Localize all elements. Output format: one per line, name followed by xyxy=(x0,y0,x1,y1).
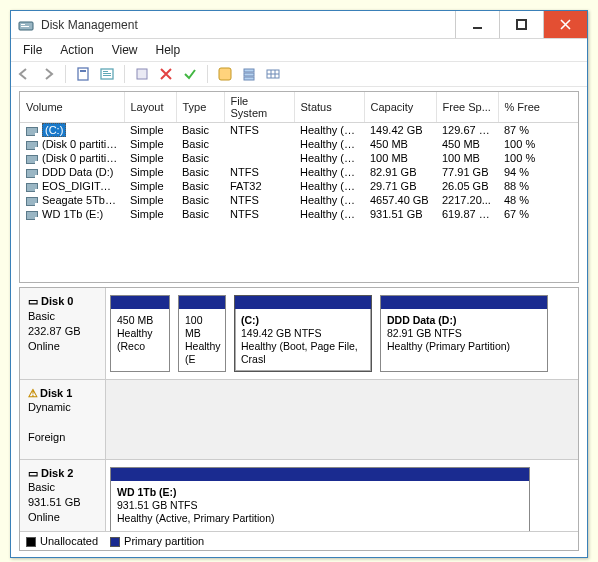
drive-icon xyxy=(26,197,38,206)
menu-view[interactable]: View xyxy=(104,41,146,59)
table-row[interactable]: (C:)SimpleBasicNTFSHealthy (B...149.42 G… xyxy=(20,123,578,138)
col-volume[interactable]: Volume xyxy=(20,92,124,123)
table-row[interactable]: WD 1Tb (E:)SimpleBasicNTFSHealthy (A...9… xyxy=(20,207,578,221)
table-row[interactable]: EOS_DIGITAL (F:)SimpleBasicFAT32Healthy … xyxy=(20,179,578,193)
partition[interactable]: (C:)149.42 GB NTFSHealthy (Boot, Page Fi… xyxy=(234,295,372,372)
grid-icon[interactable] xyxy=(264,65,282,83)
help-icon[interactable] xyxy=(216,65,234,83)
svg-rect-15 xyxy=(244,77,254,80)
window-title: Disk Management xyxy=(41,18,455,32)
menu-help[interactable]: Help xyxy=(148,41,189,59)
svg-rect-8 xyxy=(103,71,108,72)
col-fs[interactable]: File System xyxy=(224,92,294,123)
menu-action[interactable]: Action xyxy=(52,41,101,59)
legend-primary-swatch xyxy=(110,537,120,547)
col-capacity[interactable]: Capacity xyxy=(364,92,436,123)
check-icon[interactable] xyxy=(181,65,199,83)
disk-info: ⚠Disk 1Dynamic Foreign xyxy=(20,380,106,459)
menu-bar: File Action View Help xyxy=(11,39,587,61)
drive-icon xyxy=(26,141,38,150)
svg-rect-10 xyxy=(103,75,111,76)
settings-icon[interactable] xyxy=(133,65,151,83)
disk-row[interactable]: ▭ Disk 0Basic232.87 GBOnline450 MBHealth… xyxy=(20,288,578,380)
disk-partitions: 450 MBHealthy (Reco100 MBHealthy (E(C:)1… xyxy=(106,288,578,379)
disk-icon: ▭ xyxy=(28,295,41,307)
partition[interactable]: 450 MBHealthy (Reco xyxy=(110,295,170,372)
col-status[interactable]: Status xyxy=(294,92,364,123)
disk-info: ▭ Disk 0Basic232.87 GBOnline xyxy=(20,288,106,379)
table-row[interactable]: DDD Data (D:)SimpleBasicNTFSHealthy (P..… xyxy=(20,165,578,179)
delete-icon[interactable] xyxy=(157,65,175,83)
menu-file[interactable]: File xyxy=(15,41,50,59)
svg-rect-13 xyxy=(244,69,254,72)
svg-rect-11 xyxy=(137,69,147,79)
svg-rect-5 xyxy=(78,68,88,80)
minimize-button[interactable] xyxy=(455,11,499,38)
svg-rect-9 xyxy=(103,73,111,74)
drive-icon xyxy=(26,127,38,136)
drive-icon xyxy=(26,211,38,220)
maximize-button[interactable] xyxy=(499,11,543,38)
svg-rect-3 xyxy=(473,27,482,29)
partition[interactable]: DDD Data (D:)82.91 GB NTFSHealthy (Prima… xyxy=(380,295,548,372)
disk-icon: ⚠ xyxy=(28,387,40,399)
drive-icon xyxy=(26,155,38,164)
disk-map-pane[interactable]: ▭ Disk 0Basic232.87 GBOnline450 MBHealth… xyxy=(19,287,579,551)
disk-partitions: WD 1Tb (E:)931.51 GB NTFSHealthy (Active… xyxy=(106,460,578,531)
disk-row[interactable]: ⚠Disk 1Dynamic Foreign xyxy=(20,380,578,460)
disk-partitions xyxy=(106,380,578,459)
title-bar[interactable]: Disk Management xyxy=(11,11,587,39)
list-icon[interactable] xyxy=(240,65,258,83)
refresh-icon[interactable] xyxy=(74,65,92,83)
col-pct[interactable]: % Free xyxy=(498,92,578,123)
partition[interactable]: WD 1Tb (E:)931.51 GB NTFSHealthy (Active… xyxy=(110,467,530,531)
disk-management-window: Disk Management File Action View Help xyxy=(10,10,588,558)
svg-rect-4 xyxy=(517,20,526,29)
legend-unallocated-swatch xyxy=(26,537,36,547)
forward-button[interactable] xyxy=(39,65,57,83)
table-row[interactable]: (Disk 0 partition 2)SimpleBasicHealthy (… xyxy=(20,151,578,165)
table-row[interactable]: Seagate 5Tb (I:)SimpleBasicNTFSHealthy (… xyxy=(20,193,578,207)
svg-rect-1 xyxy=(21,24,25,25)
content-area: Volume Layout Type File System Status Ca… xyxy=(11,87,587,557)
legend: Unallocated Primary partition xyxy=(20,531,578,550)
volume-table[interactable]: Volume Layout Type File System Status Ca… xyxy=(20,92,578,221)
disk-info: ▭ Disk 2Basic931.51 GBOnline xyxy=(20,460,106,531)
table-row[interactable]: (Disk 0 partition 1)SimpleBasicHealthy (… xyxy=(20,137,578,151)
svg-rect-12 xyxy=(219,68,231,80)
back-button[interactable] xyxy=(15,65,33,83)
toolbar xyxy=(11,61,587,87)
col-layout[interactable]: Layout xyxy=(124,92,176,123)
properties-icon[interactable] xyxy=(98,65,116,83)
disk-row[interactable]: ▭ Disk 2Basic931.51 GBOnlineWD 1Tb (E:)9… xyxy=(20,460,578,531)
app-icon xyxy=(17,16,35,34)
svg-rect-2 xyxy=(21,26,29,27)
col-type[interactable]: Type xyxy=(176,92,224,123)
drive-icon xyxy=(26,183,38,192)
svg-rect-6 xyxy=(80,70,86,72)
partition[interactable]: 100 MBHealthy (E xyxy=(178,295,226,372)
close-button[interactable] xyxy=(543,11,587,38)
drive-icon xyxy=(26,169,38,178)
volume-list-pane[interactable]: Volume Layout Type File System Status Ca… xyxy=(19,91,579,283)
disk-icon: ▭ xyxy=(28,467,41,479)
col-free[interactable]: Free Sp... xyxy=(436,92,498,123)
svg-rect-14 xyxy=(244,73,254,76)
